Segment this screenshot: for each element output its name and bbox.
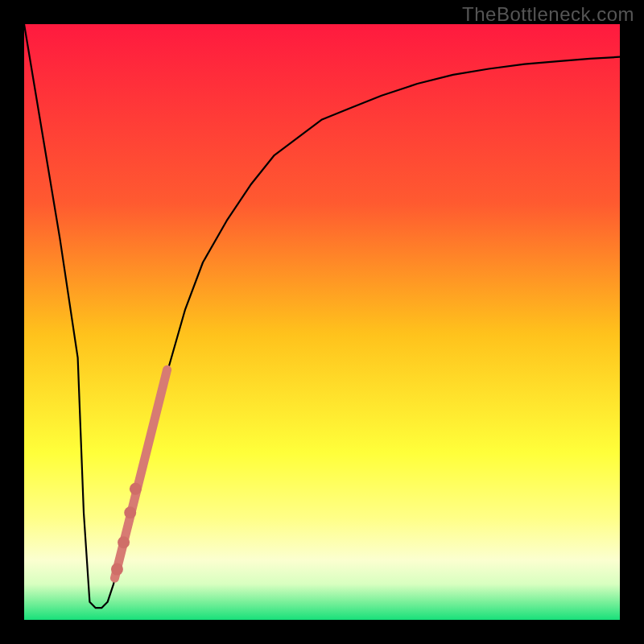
svg-point-5 xyxy=(130,483,142,495)
plot-area xyxy=(24,24,620,620)
chart-frame: TheBottleneck.com xyxy=(0,0,644,644)
watermark-text: TheBottleneck.com xyxy=(462,3,634,26)
svg-rect-0 xyxy=(24,24,620,620)
svg-point-3 xyxy=(118,536,130,548)
svg-point-4 xyxy=(124,506,136,518)
svg-point-2 xyxy=(111,564,123,576)
bottleneck-chart xyxy=(24,24,620,620)
